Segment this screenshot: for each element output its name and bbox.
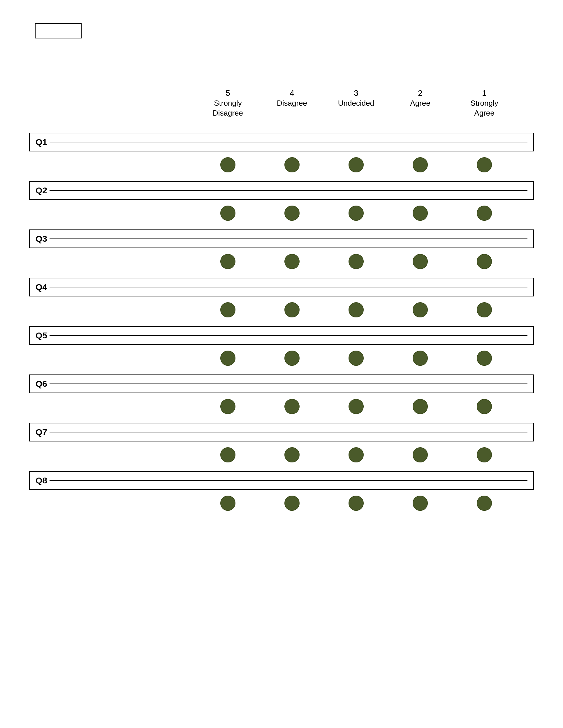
radio-q6-5[interactable] — [477, 399, 492, 414]
option-col-q3-1 — [196, 254, 260, 269]
option-col-q1-4 — [388, 157, 452, 172]
question-row-q2: Q2 — [29, 181, 534, 200]
option-col-q8-5 — [452, 496, 516, 511]
question-label-q1: Q1 — [36, 137, 47, 147]
option-col-q2-5 — [452, 206, 516, 221]
option-col-q8-1 — [196, 496, 260, 511]
question-label-q2: Q2 — [36, 185, 47, 195]
option-col-q7-5 — [452, 447, 516, 462]
radio-q7-1[interactable] — [220, 447, 235, 462]
question-row-q5: Q5 — [29, 326, 534, 345]
radio-q7-5[interactable] — [477, 447, 492, 462]
radio-q3-4[interactable] — [413, 254, 428, 269]
radio-q1-3[interactable] — [349, 157, 364, 172]
options-row-q1 — [29, 157, 534, 172]
radio-q1-5[interactable] — [477, 157, 492, 172]
radio-q7-2[interactable] — [285, 447, 300, 462]
options-inner-q7 — [196, 447, 516, 462]
radio-q2-5[interactable] — [477, 206, 492, 221]
radio-q5-2[interactable] — [285, 351, 300, 366]
option-col-q6-2 — [260, 399, 324, 414]
options-row-q4 — [29, 302, 534, 317]
option-col-q3-2 — [260, 254, 324, 269]
radio-q4-4[interactable] — [413, 302, 428, 317]
radio-q5-1[interactable] — [220, 351, 235, 366]
option-col-q3-4 — [388, 254, 452, 269]
radio-q8-3[interactable] — [349, 496, 364, 511]
options-row-q3 — [29, 254, 534, 269]
radio-q6-3[interactable] — [349, 399, 364, 414]
option-col-q7-1 — [196, 447, 260, 462]
radio-q1-1[interactable] — [220, 157, 235, 172]
radio-q8-1[interactable] — [220, 496, 235, 511]
question-block-q4: Q4 — [29, 278, 534, 317]
option-col-q5-4 — [388, 351, 452, 366]
radio-q3-2[interactable] — [285, 254, 300, 269]
radio-q7-3[interactable] — [349, 447, 364, 462]
radio-q2-2[interactable] — [285, 206, 300, 221]
question-block-q5: Q5 — [29, 326, 534, 366]
radio-q6-2[interactable] — [285, 399, 300, 414]
radio-q1-4[interactable] — [413, 157, 428, 172]
question-label-q6: Q6 — [36, 379, 47, 389]
question-label-q4: Q4 — [36, 282, 47, 292]
radio-q4-2[interactable] — [285, 302, 300, 317]
options-inner-q3 — [196, 254, 516, 269]
question-row-q7: Q7 — [29, 423, 534, 441]
radio-q6-1[interactable] — [220, 399, 235, 414]
radio-q8-4[interactable] — [413, 496, 428, 511]
option-col-q8-2 — [260, 496, 324, 511]
question-underline-q1 — [50, 142, 527, 142]
question-underline-q5 — [50, 335, 527, 336]
question-block-q2: Q2 — [29, 181, 534, 221]
scale-col-5: 5 StronglyDisagree — [196, 88, 260, 118]
radio-q3-3[interactable] — [349, 254, 364, 269]
questions-container: Q1Q2Q3Q4Q5Q6Q7Q8 — [29, 133, 534, 511]
options-row-q6 — [29, 399, 534, 414]
radio-q3-5[interactable] — [477, 254, 492, 269]
option-col-q7-3 — [324, 447, 388, 462]
question-underline-q4 — [50, 287, 527, 287]
radio-q4-5[interactable] — [477, 302, 492, 317]
option-col-q4-3 — [324, 302, 388, 317]
option-col-q4-5 — [452, 302, 516, 317]
option-col-q4-4 — [388, 302, 452, 317]
scale-col-3: 3 Undecided — [324, 88, 388, 118]
participant-number-input[interactable] — [35, 23, 82, 38]
option-col-q5-5 — [452, 351, 516, 366]
radio-q2-4[interactable] — [413, 206, 428, 221]
option-col-q3-3 — [324, 254, 388, 269]
scale-columns: 5 StronglyDisagree 4 Disagree 3 Undecide… — [196, 88, 516, 118]
radio-q4-1[interactable] — [220, 302, 235, 317]
question-underline-q6 — [50, 384, 527, 384]
radio-q5-4[interactable] — [413, 351, 428, 366]
radio-q1-2[interactable] — [285, 157, 300, 172]
options-inner-q6 — [196, 399, 516, 414]
radio-q5-3[interactable] — [349, 351, 364, 366]
radio-q4-3[interactable] — [349, 302, 364, 317]
option-col-q7-4 — [388, 447, 452, 462]
radio-q3-1[interactable] — [220, 254, 235, 269]
radio-q6-4[interactable] — [413, 399, 428, 414]
option-col-q4-1 — [196, 302, 260, 317]
question-block-q3: Q3 — [29, 229, 534, 269]
option-col-q8-4 — [388, 496, 452, 511]
radio-q5-5[interactable] — [477, 351, 492, 366]
option-col-q2-2 — [260, 206, 324, 221]
options-inner-q4 — [196, 302, 516, 317]
option-col-q8-3 — [324, 496, 388, 511]
option-col-q1-1 — [196, 157, 260, 172]
radio-q8-5[interactable] — [477, 496, 492, 511]
option-col-q5-3 — [324, 351, 388, 366]
question-row-q6: Q6 — [29, 374, 534, 393]
options-row-q2 — [29, 206, 534, 221]
option-col-q1-2 — [260, 157, 324, 172]
radio-q2-1[interactable] — [220, 206, 235, 221]
radio-q7-4[interactable] — [413, 447, 428, 462]
option-col-q4-2 — [260, 302, 324, 317]
option-col-q1-3 — [324, 157, 388, 172]
scale-col-4: 4 Disagree — [260, 88, 324, 118]
options-inner-q2 — [196, 206, 516, 221]
radio-q8-2[interactable] — [285, 496, 300, 511]
radio-q2-3[interactable] — [349, 206, 364, 221]
